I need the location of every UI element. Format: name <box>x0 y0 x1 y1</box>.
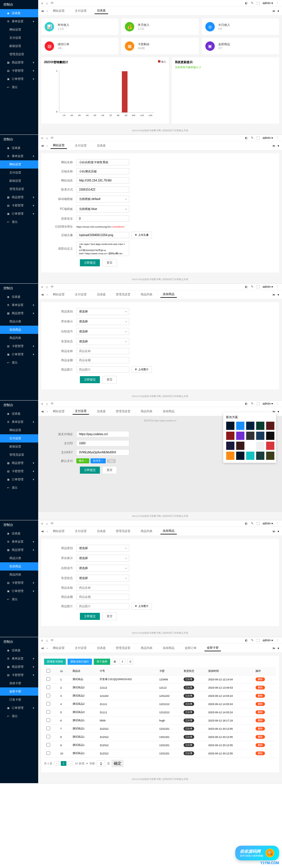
tab-prev-icon[interactable]: ≪ <box>41 530 44 533</box>
admin-label[interactable]: admin ▾ <box>262 285 273 288</box>
theme-icon[interactable]: ◐ <box>245 402 248 405</box>
pager-goto-input[interactable] <box>97 761 105 767</box>
sidebar-item-site[interactable]: 网站设置 <box>0 160 38 168</box>
input-pay-id[interactable] <box>76 440 129 446</box>
reset-button[interactable]: 重置 <box>102 376 117 383</box>
tab-cards[interactable]: 全部卡密 <box>205 645 221 651</box>
sidebar-item-basic[interactable]: ⚙基本设置▼ <box>0 17 38 26</box>
fullscreen-icon[interactable]: ⛶ <box>256 522 260 525</box>
tab-prev-icon[interactable]: ≪ <box>41 647 44 650</box>
refresh-icon[interactable]: ⟳ <box>51 285 54 289</box>
sidebar-item-all-cards[interactable]: 全部卡密 <box>0 687 38 695</box>
tab-home-icon[interactable]: ○ <box>46 647 48 650</box>
theme-swatch[interactable] <box>246 442 254 450</box>
sidebar-item-mail[interactable]: 邮箱设置 <box>0 442 38 451</box>
sidebar-item-goods-list[interactable]: 商品列表 <box>0 334 38 342</box>
sidebar-item-card[interactable]: ▤卡密管理▼ <box>0 342 38 350</box>
pager-confirm[interactable]: 确定 <box>112 760 123 767</box>
menu-icon[interactable]: ≡ <box>41 522 43 525</box>
select-auto[interactable]: 请选择▾ <box>76 565 129 572</box>
sidebar-item-site[interactable]: 网站设置 <box>0 426 38 434</box>
menu-icon[interactable]: ≡ <box>41 136 43 140</box>
select-status[interactable]: 请选择▾ <box>76 575 129 582</box>
input-bgm[interactable] <box>76 216 129 222</box>
more-icon[interactable]: ⋮ <box>276 402 279 405</box>
delete-button[interactable]: 删除 <box>256 751 265 755</box>
theme-swatch[interactable] <box>266 432 274 440</box>
refresh-icon[interactable]: ⟳ <box>51 639 54 642</box>
select-button[interactable]: 单个选择 <box>94 659 110 665</box>
checkbox-all[interactable] <box>46 669 50 673</box>
theme-swatch[interactable] <box>226 442 234 450</box>
tab-admin[interactable]: 管理员设置 <box>114 528 133 534</box>
theme-swatch[interactable] <box>236 442 244 450</box>
home-icon[interactable]: ⌂ <box>46 136 48 140</box>
tab-menu-icon[interactable]: ▾ <box>278 293 279 296</box>
checkbox-row[interactable] <box>46 751 50 755</box>
tab-goods[interactable]: 商品列表 <box>138 291 155 298</box>
add-card-button[interactable]: 新增发卡按钮 <box>44 659 66 665</box>
sidebar-item-order[interactable]: ▣订单管理▼ <box>0 587 38 595</box>
tab-pay[interactable]: 支付设置 <box>72 408 89 414</box>
tab-dashboard[interactable]: 仪表盘 <box>95 291 108 298</box>
tab-site[interactable]: 网站设置 <box>51 408 67 414</box>
delete-button[interactable]: 删除 <box>256 743 265 747</box>
sidebar-item-dashboard[interactable]: ◉仪表盘 <box>0 410 38 418</box>
tab-pay[interactable]: 支付设置 <box>72 8 89 14</box>
checkbox-row[interactable] <box>46 735 50 739</box>
input-goods-price[interactable] <box>76 594 129 600</box>
sidebar-item-sold-cards[interactable]: 已售卡密 <box>0 695 38 704</box>
theme-swatch[interactable] <box>236 452 244 460</box>
sidebar-item-card[interactable]: ▤卡密管理▼ <box>0 579 38 587</box>
sidebar-item-basic[interactable]: ⚙基本设置▼ <box>0 301 38 309</box>
sidebar-item-mail[interactable]: 邮箱设置 <box>0 42 38 50</box>
tab-goods[interactable]: 商品列表 <box>138 645 155 651</box>
menu-icon[interactable]: ≡ <box>41 402 43 405</box>
sidebar-item-add-card[interactable]: 添加卡密 <box>0 679 38 687</box>
checkbox-row[interactable] <box>46 685 50 689</box>
theme-swatch[interactable] <box>226 452 234 460</box>
tab-pay[interactable]: 支付设置 <box>72 143 89 149</box>
sidebar-item-dashboard[interactable]: ◉仪表盘 <box>0 9 38 17</box>
admin-label[interactable]: admin ▾ <box>262 402 273 405</box>
checkbox-row[interactable] <box>46 743 50 747</box>
sidebar-item-order[interactable]: ▣订单管理▼ <box>0 75 38 83</box>
sidebar-item-dashboard[interactable]: ◉仪表盘 <box>0 293 38 301</box>
sidebar-item-goods[interactable]: ▦商品管理▼ <box>0 663 38 671</box>
tab-dashboard[interactable]: 仪表盘 <box>95 8 108 14</box>
checkbox-row[interactable] <box>46 693 50 698</box>
fullscreen-icon[interactable]: ⛶ <box>256 285 260 289</box>
refresh-icon[interactable]: ⟳ <box>51 1 54 5</box>
theme-swatch[interactable] <box>236 432 244 440</box>
menu-icon[interactable]: ≡ <box>41 1 43 5</box>
tab-goods[interactable]: 商品列表 <box>138 528 155 534</box>
sidebar-item-logout[interactable]: ↩退出 <box>0 484 38 492</box>
sidebar-item-site[interactable]: 网站设置 <box>0 26 38 34</box>
home-icon[interactable]: ⌂ <box>46 402 48 405</box>
tab-add[interactable]: 添加商品 <box>160 645 177 651</box>
refresh-icon[interactable]: ⟳ <box>51 402 54 405</box>
admin-label[interactable]: admin ▾ <box>262 522 273 525</box>
theme-swatch[interactable] <box>226 422 234 430</box>
sidebar-item-basic[interactable]: ⚙基本设置▼ <box>0 538 38 546</box>
admin-label[interactable]: admin ▾ <box>262 1 273 5</box>
select-stock[interactable]: 请选择▾ <box>76 318 129 325</box>
input-site-name[interactable] <box>76 159 129 165</box>
sidebar-item-goods-list[interactable]: 商品列表 <box>0 570 38 579</box>
sidebar-item-order[interactable]: ▣订单管理▼ <box>0 210 38 218</box>
select-mobile-tpl[interactable]: 当前模板:default▾ <box>76 195 129 203</box>
tab-add[interactable]: 添加商品 <box>160 528 177 534</box>
note-icon[interactable]: ✎ <box>251 285 253 289</box>
select-category[interactable]: 请选择▾ <box>76 545 129 552</box>
tab-pay[interactable]: 支付设置 <box>72 528 89 534</box>
sidebar-item-add-goods[interactable]: 添加商品 <box>0 562 38 570</box>
sidebar-item-logout[interactable]: ↩退出 <box>0 83 38 91</box>
more-icon[interactable]: ⋮ <box>276 1 279 5</box>
tab-menu-icon[interactable]: ▾ <box>278 647 279 650</box>
fullscreen-icon[interactable]: ⛶ <box>256 1 260 5</box>
theme-swatch[interactable] <box>266 422 274 430</box>
filter-icon[interactable]: ⊞ <box>112 659 118 664</box>
sidebar-item-order[interactable]: ▣订单管理▼ <box>0 350 38 359</box>
sidebar-item-card[interactable]: ▤卡密管理▼ <box>0 202 38 210</box>
theme-swatch[interactable] <box>266 452 274 460</box>
